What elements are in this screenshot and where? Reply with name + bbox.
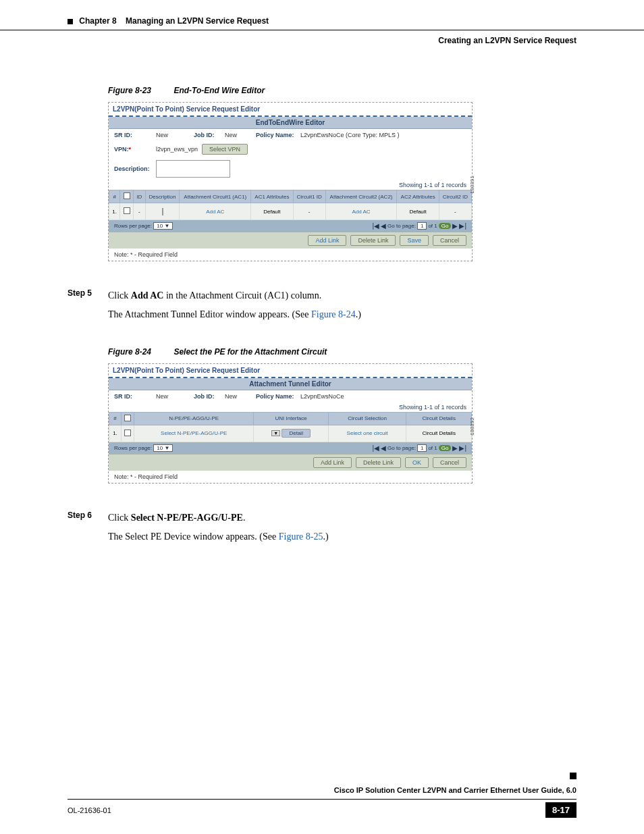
cancel-button[interactable]: Cancel — [433, 235, 466, 246]
figure1-title: End-To-End Wire Editor — [173, 86, 265, 95]
last-page-icon[interactable]: ▶| — [459, 222, 466, 230]
add-ac1-link[interactable]: Add AC — [206, 209, 224, 215]
sr-id-label-2: SR ID: — [114, 393, 152, 400]
required-star-icon: * — [129, 146, 132, 153]
subheader: Creating an L2VPN Service Request — [0, 30, 644, 45]
page-of: of 1 — [428, 223, 437, 229]
records-count-2: Showing 1-1 of 1 records — [109, 402, 472, 412]
col-id: ID — [133, 190, 145, 203]
pager: Rows per page: 10 ▼ |◀ ◀ Go to page: 1 o… — [109, 220, 472, 232]
save-button[interactable]: Save — [400, 235, 429, 246]
row-checkbox-2[interactable] — [124, 429, 131, 436]
step6-line1: Click Select N-PE/PE-AGG/U-PE. — [108, 511, 329, 525]
detail-button[interactable]: Detail — [281, 429, 310, 438]
editor-title: L2VPN(Point To Point) Service Request Ed… — [109, 103, 472, 115]
header-marker-left — [68, 19, 73, 24]
step6-line2: The Select PE Device window appears. (Se… — [108, 529, 329, 544]
sr-id-value: New — [156, 132, 190, 138]
go-button[interactable]: Go — [439, 223, 452, 229]
first-page-icon-2[interactable]: |◀ — [373, 444, 380, 452]
figure1-screenshot: L2VPN(Point To Point) Service Request Ed… — [108, 102, 473, 261]
wire-table: # ID Description Attachment Circuit1 (AC… — [109, 190, 472, 220]
job-id-value: New — [225, 132, 252, 138]
image-id-label-2: 130392 — [469, 417, 475, 436]
table-row-2: 1. Select N-PE/PE-AGG/U-PE ▼ Detail Sele… — [109, 425, 472, 442]
step6: Step 6 Click Select N-PE/PE-AGG/U-PE. Th… — [68, 511, 576, 549]
uni-cell: ▼ Detail — [254, 425, 328, 442]
page-footer: Cisco IP Solution Center L2VPN and Carri… — [68, 799, 576, 818]
figure-8-25-link[interactable]: Figure 8-25 — [279, 531, 323, 542]
rows-per-page-select-2[interactable]: 10 ▼ — [153, 444, 173, 452]
select-npe-link[interactable]: Select N-PE/PE-AGG/U-PE — [161, 430, 227, 436]
prev-page-icon[interactable]: ◀ — [381, 222, 386, 230]
figure1-num: Figure 8-23 — [108, 86, 151, 95]
first-page-icon[interactable]: |◀ — [373, 222, 380, 230]
col-npe: N-PE/PE-AGG/U-PE — [134, 412, 254, 425]
prev-page-icon-2[interactable]: ◀ — [381, 444, 386, 452]
cancel-button-2[interactable]: Cancel — [433, 457, 466, 468]
ok-button[interactable]: OK — [405, 457, 429, 468]
delete-link-button[interactable]: Delete Link — [350, 235, 396, 246]
dropdown-icon[interactable]: ▼ — [271, 430, 280, 436]
col-hash: # — [109, 190, 120, 203]
last-page-icon-2[interactable]: ▶| — [459, 444, 466, 452]
step5-line2: The Attachment Tunnel Editor window appe… — [108, 307, 361, 322]
circuit-details-text: Circuit Details — [423, 430, 456, 436]
step6-l1a: Click — [108, 513, 131, 523]
col-cdet: Circuit Details — [406, 412, 472, 425]
goto-page-input[interactable]: 1 — [417, 222, 427, 230]
step5-l2c: .) — [356, 309, 361, 319]
checkbox-icon-2[interactable] — [124, 415, 131, 421]
rows-val: 10 — [157, 223, 163, 229]
row-num: 1. — [109, 203, 120, 220]
editor-title-2: L2VPN(Point To Point) Service Request Ed… — [109, 364, 472, 377]
row-checkbox[interactable] — [124, 207, 130, 214]
description-label: Description: — [114, 165, 152, 172]
col-desc: Description — [145, 190, 180, 203]
policy-label: Policy Name: — [256, 132, 296, 138]
delete-link-button-2[interactable]: Delete Link — [356, 457, 401, 468]
figure2-caption: Figure 8-24 Select the PE for the Attach… — [108, 347, 576, 357]
select-circuit-link[interactable]: Select one circuit — [347, 430, 388, 436]
col-ac2: Attachment Circuit2 (AC2) — [325, 190, 397, 203]
figure-8-24-link[interactable]: Figure 8-24 — [311, 309, 356, 319]
description-textarea[interactable] — [156, 160, 230, 178]
col-c1id: Circuit1 ID — [293, 190, 325, 203]
next-page-icon[interactable]: ▶ — [452, 222, 458, 230]
figure2-screenshot: L2VPN(Point To Point) Service Request Ed… — [108, 363, 473, 484]
col-uni: UNI Interface — [254, 412, 328, 425]
c2id-value: - — [439, 203, 471, 220]
header-left: Chapter 8 Managing an L2VPN Service Requ… — [68, 16, 269, 26]
step5-l1a: Click — [108, 290, 131, 301]
footer-marker-icon — [570, 773, 576, 779]
next-page-icon-2[interactable]: ▶ — [452, 444, 458, 452]
figure2-title: Select the PE for the Attachment Circuit — [173, 347, 327, 357]
goto-page-label-2: Go to page: — [387, 445, 416, 451]
step5-line1: Click Add AC in the Attachment Circuit (… — [108, 288, 361, 303]
goto-page-input-2[interactable]: 1 — [417, 444, 427, 452]
add-ac2-link[interactable]: Add AC — [352, 209, 370, 215]
rows-per-page-select[interactable]: 10 ▼ — [153, 222, 173, 230]
doc-number: OL-21636-01 — [68, 806, 111, 814]
chapter-num: Chapter 8 — [79, 16, 116, 26]
rows-per-page-label: Rows per page: — [114, 223, 152, 229]
rows-val-2: 10 — [157, 445, 163, 451]
panel-title: EndToEndWire Editor — [109, 117, 472, 129]
table-row: 1. - Add AC Default - Add AC Default - — [109, 203, 472, 220]
row-num-2: 1. — [109, 425, 122, 442]
guide-title: Cisco IP Solution Center L2VPN and Carri… — [334, 786, 576, 794]
page-number: 8-17 — [545, 802, 576, 818]
figure1-caption: Figure 8-23 End-To-End Wire Editor — [108, 86, 576, 95]
checkbox-icon[interactable] — [124, 192, 130, 199]
row-desc-input[interactable] — [162, 208, 163, 215]
col-ac2attr: AC2 Attributes — [397, 190, 439, 203]
add-link-button[interactable]: Add Link — [308, 235, 346, 246]
go-button-2[interactable]: Go — [439, 445, 452, 451]
page-header: Chapter 8 Managing an L2VPN Service Requ… — [0, 0, 644, 30]
section-title: Creating an L2VPN Service Request — [438, 36, 576, 45]
add-link-button-2[interactable]: Add Link — [313, 457, 352, 468]
row-id: - — [133, 203, 145, 220]
step5: Step 5 Click Add AC in the Attachment Ci… — [68, 288, 576, 327]
job-id-label: Job ID: — [194, 132, 221, 138]
select-vpn-button[interactable]: Select VPN — [202, 144, 248, 155]
